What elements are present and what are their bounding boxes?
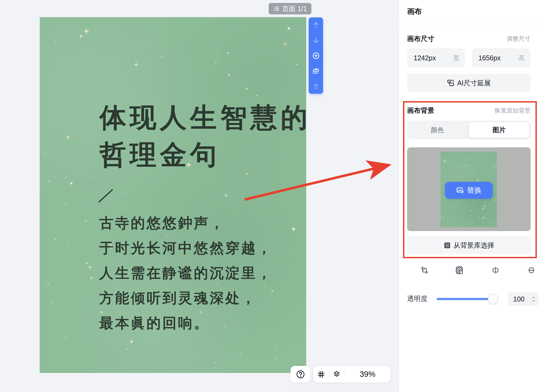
opacity-stepper[interactable] xyxy=(532,297,535,302)
opacity-slider-handle[interactable] xyxy=(488,294,498,304)
grid-icon xyxy=(317,370,326,379)
list-icon xyxy=(273,5,280,12)
poster-body-text[interactable]: 古寺的悠悠鈡声， 于时光长河中悠然穿越， 人生需在静谧的沉淀里， 方能倾听到灵魂… xyxy=(99,211,273,336)
poster-body-line: 最本眞的回响。 xyxy=(99,311,273,336)
opacity-label: 透明度 xyxy=(407,294,428,303)
replace-background-label: 替换 xyxy=(467,185,482,195)
texture-icon xyxy=(455,266,464,275)
help-icon xyxy=(296,369,305,379)
poster-title-line2: 哲理金句 xyxy=(100,136,306,174)
ai-size-extend-label: AI尺寸延展 xyxy=(457,79,491,88)
duplicate-page-button[interactable] xyxy=(312,67,320,75)
canvas-settings-panel: 画布 画布尺寸 调整尺寸 宽 高 AI尺寸延展 画布背景 恢复原始背景 颜色 图… xyxy=(399,0,539,392)
grid-toggle-button[interactable] xyxy=(314,370,329,379)
adjust-size-button[interactable]: 调整尺寸 xyxy=(507,35,531,43)
app-root: { "colors": { "accent_blue": "#4c7cf7", … xyxy=(0,0,539,392)
chevron-down-icon xyxy=(532,300,535,302)
slash-decoration xyxy=(97,188,115,205)
canvas-size-label: 画布尺寸 xyxy=(407,34,434,43)
add-page-button[interactable] xyxy=(312,52,320,60)
canvas-height-input[interactable] xyxy=(478,54,511,62)
layers-icon xyxy=(332,370,341,379)
opacity-value: 100 xyxy=(513,295,525,303)
opacity-row: 透明度 100 xyxy=(407,291,531,307)
tab-color[interactable]: 颜色 xyxy=(407,121,467,139)
page-indicator-label: 页面 1/1 xyxy=(282,4,307,13)
zoom-level-display[interactable]: 39% xyxy=(345,370,391,379)
duplicate-page-icon xyxy=(312,67,320,75)
replace-image-icon xyxy=(456,186,464,194)
chevron-up-icon xyxy=(532,297,535,298)
opacity-value-field[interactable]: 100 xyxy=(508,292,539,306)
flip-horizontal-button[interactable] xyxy=(491,265,500,275)
ai-resize-icon xyxy=(447,79,454,87)
flip-vertical-button[interactable] xyxy=(526,265,536,275)
design-canvas[interactable]: 体现人生智慧的 哲理金句 古寺的悠悠鈡声， 于时光长河中悠然穿越， 人生需在静谧… xyxy=(40,17,306,373)
tab-image[interactable]: 图片 xyxy=(469,122,529,138)
arrow-up-icon xyxy=(312,21,320,29)
background-type-tabs: 颜色 图片 xyxy=(407,121,531,139)
canvas-background-label: 画布背景 xyxy=(407,106,434,115)
background-tools-row xyxy=(407,265,531,276)
canvas-background-header: 画布背景 恢复原始背景 xyxy=(407,106,531,115)
restore-background-button[interactable]: 恢复原始背景 xyxy=(495,107,531,115)
move-page-down-button[interactable] xyxy=(312,36,320,44)
view-controls-toolbar: 39% xyxy=(314,366,391,382)
background-preview[interactable]: 替换 xyxy=(407,147,531,231)
ai-size-extend-button[interactable]: AI尺寸延展 xyxy=(407,74,531,92)
background-library-button[interactable]: 从背景库选择 xyxy=(407,236,531,254)
canvas-height-field[interactable]: 高 xyxy=(472,48,531,67)
poster-body-line: 人生需在静谧的沉淀里， xyxy=(99,261,273,286)
flip-horizontal-icon xyxy=(491,266,500,275)
poster-title[interactable]: 体现人生智慧的 哲理金句 xyxy=(100,99,306,174)
texture-button[interactable] xyxy=(454,265,464,275)
help-button[interactable] xyxy=(290,366,310,382)
page-indicator-badge[interactable]: 页面 1/1 xyxy=(269,3,311,14)
move-page-up-button[interactable] xyxy=(312,21,320,29)
page-actions-toolbar xyxy=(309,17,323,94)
layers-button[interactable] xyxy=(329,370,344,379)
delete-page-button[interactable] xyxy=(312,82,320,90)
flip-vertical-icon xyxy=(527,266,536,275)
height-suffix-label: 高 xyxy=(518,54,525,62)
canvas-width-input[interactable] xyxy=(414,54,446,62)
replace-background-button[interactable]: 替换 xyxy=(445,182,493,199)
background-library-label: 从背景库选择 xyxy=(454,241,494,250)
panel-divider xyxy=(399,24,539,24)
panel-title: 画布 xyxy=(407,7,422,16)
pattern-icon xyxy=(444,242,451,249)
poster-title-line1: 体现人生智慧的 xyxy=(100,99,306,136)
add-page-icon xyxy=(312,52,320,60)
delete-page-icon xyxy=(312,83,320,90)
crop-button[interactable] xyxy=(420,265,429,275)
arrow-down-icon xyxy=(312,36,320,44)
opacity-slider[interactable] xyxy=(437,291,497,307)
poster-body-line: 古寺的悠悠鈡声， xyxy=(99,211,273,236)
poster-body-line: 于时光长河中悠然穿越， xyxy=(99,236,273,261)
width-suffix-label: 宽 xyxy=(453,54,459,62)
poster-body-line: 方能倾听到灵魂深处， xyxy=(99,286,273,311)
canvas-width-field[interactable]: 宽 xyxy=(407,48,465,67)
crop-icon xyxy=(420,266,429,275)
canvas-size-header: 画布尺寸 调整尺寸 xyxy=(407,34,531,43)
